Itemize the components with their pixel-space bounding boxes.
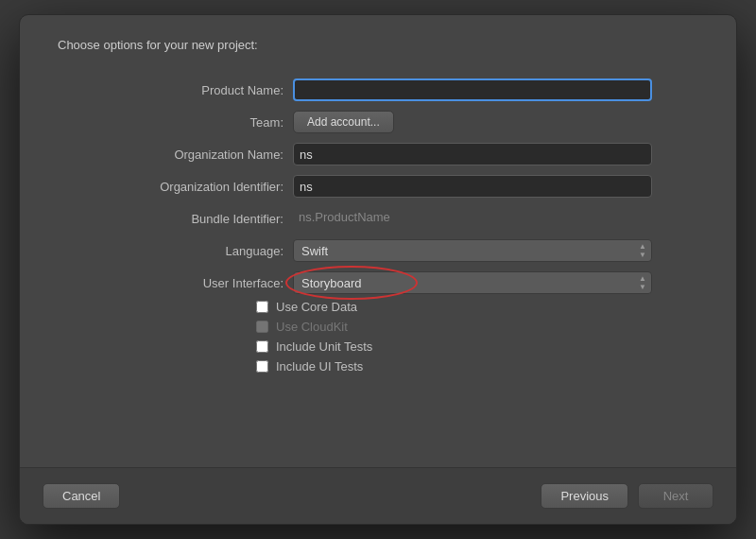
dialog-footer: Cancel Previous Next [20,467,736,524]
add-account-button[interactable]: Add account... [293,111,394,133]
product-name-input[interactable] [293,78,652,101]
dialog-title: Choose options for your new project: [58,38,698,52]
org-name-input[interactable] [293,143,652,165]
include-unit-tests-label: Include Unit Tests [276,339,372,354]
org-id-row: Organization Identifier: [104,175,652,198]
footer-left: Cancel [43,483,120,509]
use-core-data-row: Use Core Data [256,300,606,314]
include-ui-tests-label: Include UI Tests [276,359,363,374]
use-cloudkit-label: Use CloudKit [276,320,348,334]
org-name-row: Organization Name: [104,143,652,165]
form-area: Product Name: Team: Add account... Organ… [58,78,698,294]
next-button[interactable]: Next [638,483,713,509]
language-select-wrapper: Swift Objective-C [293,239,652,262]
use-cloudkit-checkbox[interactable] [256,321,268,333]
org-id-input[interactable] [293,175,652,198]
include-unit-tests-row: Include Unit Tests [256,339,606,354]
org-name-label: Organization Name: [104,148,293,162]
org-id-label: Organization Identifier: [104,180,293,194]
previous-button[interactable]: Previous [541,483,628,509]
include-ui-tests-row: Include UI Tests [256,359,606,374]
language-label: Language: [104,244,293,258]
include-unit-tests-checkbox[interactable] [256,340,268,353]
ui-select[interactable]: Storyboard SwiftUI [293,271,652,294]
use-cloudkit-row: Use CloudKit [256,320,606,334]
use-core-data-label: Use Core Data [276,300,357,314]
language-select[interactable]: Swift Objective-C [293,239,652,262]
bundle-id-value: ns.ProductName [293,207,652,230]
dialog-content: Choose options for your new project: Pro… [20,15,736,467]
team-label: Team: [104,115,293,130]
bundle-id-label: Bundle Identifier: [104,212,293,226]
include-ui-tests-checkbox[interactable] [256,360,268,373]
bundle-id-row: Bundle Identifier: ns.ProductName [104,207,652,230]
language-row: Language: Swift Objective-C [104,239,652,262]
ui-label: User Interface: [104,276,293,290]
checkbox-section: Use Core Data Use CloudKit Include Unit … [256,300,606,374]
ui-row: User Interface: Storyboard SwiftUI [104,271,652,294]
ui-select-wrapper: Storyboard SwiftUI [293,271,652,294]
product-name-label: Product Name: [104,83,293,97]
cancel-button[interactable]: Cancel [43,483,120,509]
product-name-row: Product Name: [104,78,652,101]
footer-right: Previous Next [541,483,713,509]
team-row: Team: Add account... [104,111,652,133]
new-project-dialog: Choose options for your new project: Pro… [19,14,737,525]
use-core-data-checkbox[interactable] [256,301,268,313]
